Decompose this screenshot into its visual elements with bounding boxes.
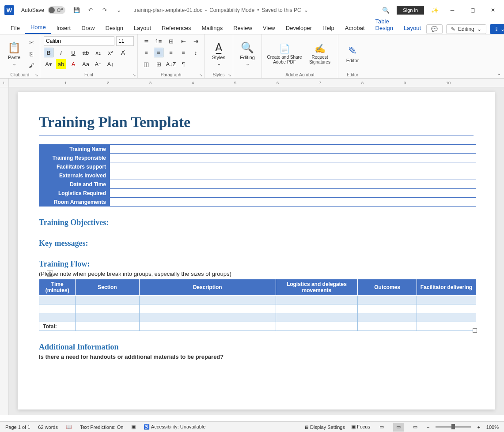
read-mode-icon[interactable]: ▭ — [376, 423, 387, 432]
document-page[interactable]: Training Plan Template Training Name Tra… — [18, 92, 495, 409]
info-value[interactable] — [110, 162, 476, 171]
align-right-icon[interactable]: ≡ — [166, 48, 176, 57]
coming-soon-icon[interactable]: ✨ — [431, 7, 439, 14]
create-pdf-button[interactable]: 📄 Create and Share Adobe PDF — [265, 36, 303, 71]
flow-table[interactable]: Time (minutes) Section Description Logis… — [39, 279, 476, 331]
zoom-out-button[interactable]: − — [427, 424, 429, 430]
toggle-switch[interactable]: Off — [48, 6, 65, 14]
superscript-button[interactable]: x² — [106, 48, 115, 57]
subscript-button[interactable]: x₂ — [93, 48, 103, 57]
qat-more-icon[interactable]: ⌄ — [115, 6, 123, 14]
search-icon[interactable]: 🔍 — [382, 7, 390, 14]
tab-layout[interactable]: Layout — [129, 22, 156, 34]
heading-additional[interactable]: Additional Information — [39, 342, 474, 352]
additional-question[interactable]: Is there a need for handouts or addition… — [39, 353, 474, 360]
info-label[interactable]: Date and Time — [39, 180, 110, 189]
info-label[interactable]: Facilitators support — [39, 162, 110, 171]
zoom-slider[interactable] — [436, 426, 471, 428]
sort-icon[interactable]: A↓Z — [166, 59, 176, 69]
close-icon[interactable]: ✕ — [486, 4, 500, 17]
paste-button[interactable]: 📋 Paste ⌄ — [4, 36, 25, 71]
paragraph-dialog-launcher[interactable]: ↘ — [199, 73, 203, 77]
info-label[interactable]: Room Arrangements — [39, 198, 110, 207]
font-color-icon[interactable]: A — [68, 59, 78, 69]
font-dialog-launcher[interactable]: ↘ — [133, 73, 136, 77]
italic-button[interactable]: I — [56, 48, 66, 57]
zoom-level[interactable]: 100% — [486, 424, 499, 430]
col-logistics[interactable]: Logistics and delegates movements — [276, 279, 357, 296]
numbering-icon[interactable]: 1≡ — [154, 36, 163, 46]
tab-developer[interactable]: Developer — [280, 22, 317, 34]
info-value[interactable] — [110, 189, 476, 198]
heading-key-messages[interactable]: Key messages: — [39, 239, 474, 248]
tab-table-layout[interactable]: Layout — [398, 22, 426, 34]
highlight-icon[interactable]: ab — [56, 59, 66, 69]
shrink-font-icon[interactable]: A↓ — [106, 59, 115, 69]
info-table[interactable]: Training Name Training Responsible Facil… — [39, 144, 476, 207]
align-left-icon[interactable]: ≡ — [141, 48, 151, 57]
document-area[interactable]: L 1 2 3 4 5 6 7 8 9 10 Training Plan Tem… — [0, 79, 504, 415]
tab-references[interactable]: References — [156, 22, 196, 34]
col-section[interactable]: Section — [76, 279, 139, 296]
copy-icon[interactable]: ⎘ — [27, 49, 36, 59]
proofing-icon[interactable]: 📖 — [66, 424, 72, 430]
text-predictions[interactable]: Text Predictions: On — [80, 424, 123, 430]
decrease-indent-icon[interactable]: ⇤ — [178, 36, 188, 46]
shading-icon[interactable]: ◫ — [141, 59, 151, 69]
underline-button[interactable]: U — [68, 48, 78, 57]
table-move-handle[interactable]: ✥ — [47, 270, 53, 277]
bullets-icon[interactable]: ≣ — [141, 36, 151, 46]
info-value[interactable] — [110, 180, 476, 189]
change-case-icon[interactable]: Aa — [81, 59, 91, 69]
col-outcomes[interactable]: Outcomes — [358, 279, 417, 296]
multilevel-icon[interactable]: ⊞ — [166, 36, 176, 46]
editing-button[interactable]: 🔍 Editing ⌄ — [237, 36, 258, 71]
increase-indent-icon[interactable]: ⇥ — [191, 36, 201, 46]
collapse-ribbon-icon[interactable]: ⌄ — [497, 70, 501, 76]
justify-icon[interactable]: ≡ — [178, 48, 188, 57]
word-count[interactable]: 62 words — [38, 424, 58, 430]
styles-dialog-launcher[interactable]: ↘ — [228, 73, 231, 77]
tab-acrobat[interactable]: Acrobat — [340, 22, 370, 34]
page-count[interactable]: Page 1 of 1 — [5, 424, 30, 430]
info-value[interactable] — [110, 171, 476, 180]
tab-help[interactable]: Help — [317, 22, 340, 34]
format-painter-icon[interactable]: 🖌 — [27, 60, 36, 70]
col-time[interactable]: Time (minutes) — [39, 279, 76, 296]
tab-draw[interactable]: Draw — [76, 22, 100, 34]
col-facilitator[interactable]: Facilitator delivering — [417, 279, 476, 296]
editor-button[interactable]: ✎ Editor — [342, 36, 363, 71]
font-size-input[interactable] — [116, 36, 134, 46]
comments-button[interactable]: 💬 — [426, 24, 443, 34]
undo-icon[interactable]: ↶ — [87, 6, 95, 14]
save-icon[interactable]: 💾 — [72, 6, 80, 14]
zoom-in-button[interactable]: + — [477, 424, 480, 430]
horizontal-ruler[interactable]: 1 2 3 4 5 6 7 8 9 10 — [0, 79, 504, 87]
info-label[interactable]: Externals Involved — [39, 171, 110, 180]
tab-home[interactable]: Home — [25, 21, 51, 34]
grow-font-icon[interactable]: A↑ — [93, 59, 103, 69]
heading-objectives[interactable]: Training Objectives: — [39, 218, 474, 227]
show-marks-icon[interactable]: ¶ — [178, 59, 188, 69]
font-name-input[interactable] — [44, 36, 114, 46]
tab-view[interactable]: View — [258, 22, 280, 34]
clear-format-icon[interactable]: A̸ — [118, 48, 128, 57]
line-spacing-icon[interactable]: ↕ — [191, 48, 201, 57]
chevron-down-icon[interactable]: ⌄ — [304, 7, 308, 13]
strikethrough-button[interactable]: ab — [81, 48, 91, 57]
tab-table-design[interactable]: Table Design — [370, 15, 398, 34]
info-label[interactable]: Logistics Required — [39, 189, 110, 198]
tab-file[interactable]: File — [5, 22, 25, 34]
print-layout-icon[interactable]: ▭ — [393, 423, 404, 432]
total-label[interactable]: Total: — [39, 322, 76, 331]
text-effects-icon[interactable]: A▾ — [44, 59, 53, 69]
heading-training-flow[interactable]: Training Flow: — [39, 259, 474, 269]
web-layout-icon[interactable]: ▭ — [410, 423, 421, 432]
redo-icon[interactable]: ↷ — [101, 6, 109, 14]
info-value[interactable] — [110, 145, 476, 154]
info-value[interactable] — [110, 198, 476, 207]
info-value[interactable] — [110, 154, 476, 162]
tab-design[interactable]: Design — [100, 22, 129, 34]
clipboard-dialog-launcher[interactable]: ↘ — [35, 73, 38, 77]
page-title[interactable]: Training Plan Template — [39, 114, 474, 135]
